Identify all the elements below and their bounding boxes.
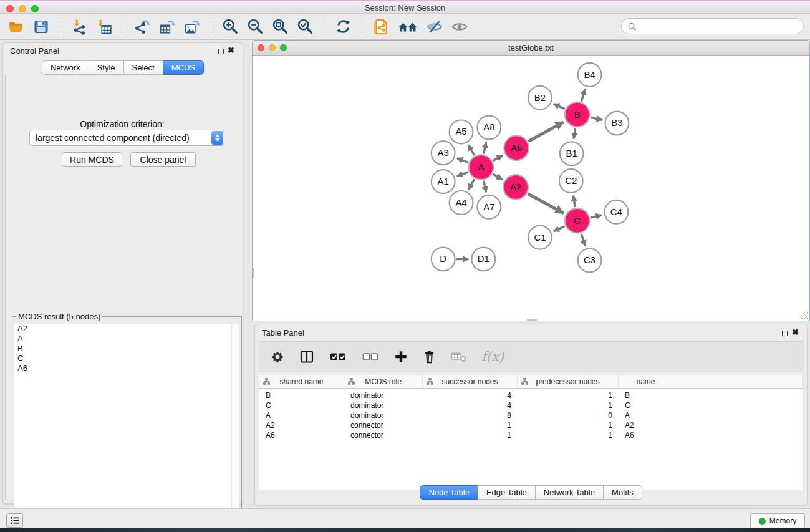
- export-network-button[interactable]: [132, 16, 152, 37]
- hide-details-button[interactable]: [425, 16, 445, 37]
- settings-gear-button[interactable]: [271, 350, 284, 364]
- import-network-button[interactable]: [69, 16, 89, 37]
- column-header-predecessor-nodes[interactable]: predecessor nodes: [518, 375, 619, 388]
- graph-node-A2[interactable]: A2: [503, 175, 528, 200]
- graph-edge-A-A5[interactable]: [468, 145, 474, 155]
- column-header-name[interactable]: name: [619, 375, 673, 388]
- graph-node-A4[interactable]: A4: [450, 191, 473, 215]
- mcds-result-item[interactable]: B: [14, 344, 239, 354]
- float-panel-icon[interactable]: [218, 49, 224, 54]
- close-panel-icon[interactable]: ✖: [228, 46, 234, 56]
- graph-node-A8[interactable]: A8: [477, 116, 501, 140]
- graph-edge-A-A8[interactable]: [484, 142, 486, 154]
- deselect-all-button[interactable]: [362, 351, 379, 363]
- add-column-button[interactable]: [394, 350, 408, 364]
- graph-node-C2[interactable]: C2: [559, 169, 583, 193]
- graph-edge-C-C1[interactable]: [554, 226, 565, 231]
- graph-edge-A2-C[interactable]: [528, 193, 563, 213]
- graph-node-B[interactable]: B: [565, 102, 590, 127]
- export-table-button[interactable]: [157, 16, 177, 37]
- select-all-button[interactable]: [329, 351, 347, 363]
- delete-column-button[interactable]: [423, 350, 436, 364]
- zoom-out-button[interactable]: [245, 16, 265, 37]
- graph-edge-A6-B[interactable]: [528, 122, 564, 142]
- network-canvas[interactable]: A1A3A4A5A7A8B1B2B3B4C1C2C3C4DD1AA6A2BC: [253, 56, 809, 320]
- close-panel-button[interactable]: Close panel: [130, 152, 196, 167]
- tab-motifs[interactable]: Motifs: [603, 485, 642, 500]
- graph-edge-C-C4[interactable]: [591, 215, 602, 218]
- graph-node-B3[interactable]: B3: [605, 112, 629, 135]
- table-header-row[interactable]: shared nameMCDS rolesuccessor nodesprede…: [259, 375, 803, 389]
- table-float-icon[interactable]: [782, 331, 788, 336]
- column-header-shared-name[interactable]: shared name: [259, 375, 344, 388]
- mcds-result-item[interactable]: C: [14, 354, 239, 364]
- graph-node-A[interactable]: A: [468, 155, 493, 180]
- column-header-mcds-role[interactable]: MCDS role: [344, 375, 423, 388]
- graph-edge-A-A2[interactable]: [493, 174, 502, 180]
- graph-node-D[interactable]: D: [432, 248, 455, 271]
- table-row[interactable]: Bdominator41B: [259, 390, 803, 400]
- tab-edge-table[interactable]: Edge Table: [478, 485, 536, 500]
- graph-node-C3[interactable]: C3: [578, 249, 602, 273]
- table-row[interactable]: Adominator80A: [259, 410, 803, 420]
- memory-button[interactable]: Memory: [750, 513, 805, 528]
- mcds-result-item[interactable]: A6: [14, 364, 239, 374]
- table-row[interactable]: A2connector11A2: [259, 420, 803, 430]
- tab-node-table[interactable]: Node Table: [420, 485, 478, 500]
- graph-node-A1[interactable]: A1: [432, 170, 455, 193]
- graph-edge-C-C2[interactable]: [573, 196, 575, 207]
- graph-edge-A-A3[interactable]: [457, 158, 468, 163]
- home-button[interactable]: [396, 16, 420, 37]
- search-field[interactable]: [621, 18, 804, 34]
- zoom-selected-button[interactable]: [295, 16, 315, 37]
- graph-node-A3[interactable]: A3: [432, 141, 455, 165]
- table-row[interactable]: A6connector11A6: [259, 430, 803, 440]
- graph-node-A6[interactable]: A6: [504, 135, 529, 160]
- graph-edge-B-B4[interactable]: [581, 89, 585, 102]
- mcds-result-item[interactable]: A: [14, 334, 239, 344]
- graph-node-D1[interactable]: D1: [471, 248, 495, 271]
- network-from-file-button[interactable]: [371, 16, 391, 37]
- tab-mcds[interactable]: MCDS: [163, 60, 204, 75]
- graph-node-C1[interactable]: C1: [528, 226, 552, 249]
- graph-node-B1[interactable]: B1: [560, 142, 584, 165]
- graph-edge-B-B3[interactable]: [591, 117, 602, 120]
- refresh-button[interactable]: [333, 16, 353, 37]
- mcds-result-item[interactable]: A2: [14, 324, 239, 334]
- graph-edge-A-A6[interactable]: [493, 155, 503, 161]
- network-horizontal-scrollbar[interactable]: [527, 319, 537, 321]
- graph-edge-A-A4[interactable]: [468, 179, 474, 190]
- resize-grip-icon[interactable]: [800, 311, 808, 319]
- column-header-successor-nodes[interactable]: successor nodes: [423, 375, 518, 388]
- network-window-titlebar[interactable]: testGlobe.txt: [253, 41, 809, 56]
- task-history-button[interactable]: [6, 513, 23, 528]
- table-row[interactable]: Cdominator41C: [259, 400, 803, 410]
- graph-node-C4[interactable]: C4: [604, 200, 628, 224]
- import-table-button[interactable]: [94, 16, 114, 37]
- graph-node-B2[interactable]: B2: [528, 86, 552, 110]
- graph-edge-A-A7[interactable]: [484, 181, 486, 193]
- graph-edge-B-B2[interactable]: [554, 104, 565, 109]
- export-image-button[interactable]: [182, 16, 202, 37]
- search-input[interactable]: [640, 21, 798, 32]
- tab-style[interactable]: Style: [89, 60, 124, 75]
- list-scrollbar[interactable]: [231, 324, 239, 525]
- open-file-button[interactable]: [6, 16, 26, 37]
- graph-node-A7[interactable]: A7: [477, 195, 501, 219]
- criterion-dropdown[interactable]: largest connected component (directed): [29, 130, 224, 146]
- zoom-fit-button[interactable]: [270, 16, 290, 37]
- tab-select[interactable]: Select: [123, 60, 163, 75]
- graph-node-C[interactable]: C: [565, 208, 590, 233]
- graph-edge-B-B1[interactable]: [574, 128, 575, 138]
- tab-network-table[interactable]: Network Table: [535, 485, 604, 500]
- tab-network[interactable]: Network: [42, 60, 89, 75]
- table-close-icon[interactable]: ✖: [792, 327, 799, 337]
- show-details-button[interactable]: [450, 16, 470, 37]
- network-vertical-scrollbar[interactable]: [253, 268, 254, 278]
- graph-node-B4[interactable]: B4: [578, 63, 602, 87]
- run-mcds-button[interactable]: Run MCDS: [62, 152, 122, 167]
- graph-edge-C-C3[interactable]: [581, 234, 585, 246]
- graph-edge-A-A1[interactable]: [457, 172, 468, 177]
- graph-node-A5[interactable]: A5: [450, 120, 473, 144]
- save-session-button[interactable]: [31, 16, 51, 37]
